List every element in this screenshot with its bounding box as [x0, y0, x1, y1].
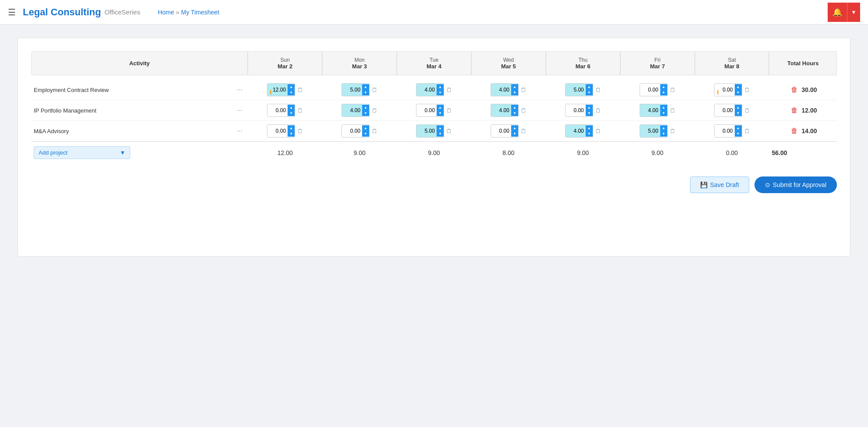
delete-row-button-2[interactable]: 🗑 — [789, 126, 800, 136]
spin-down-r1-d1[interactable]: ▼ — [362, 110, 369, 116]
user-dropdown-button[interactable]: ▼ — [847, 3, 860, 22]
col-header-total: Total Hours — [769, 51, 837, 75]
note-icon-r0-d1[interactable]: 🗒 — [372, 87, 377, 93]
hour-input-r0-d4[interactable] — [566, 84, 586, 96]
note-icon-r2-d2[interactable]: 🗒 — [446, 128, 452, 134]
note-icon-r2-d3[interactable]: 🗒 — [521, 128, 526, 134]
note-icon-r0-d2[interactable]: 🗒 — [446, 87, 452, 93]
spin-up-r2-d3[interactable]: ▲ — [511, 125, 518, 131]
note-icon-r2-d6[interactable]: 🗒 — [744, 128, 750, 134]
spin-up-r2-d6[interactable]: ▲ — [735, 125, 742, 131]
spin-down-r1-d5[interactable]: ▼ — [660, 110, 667, 116]
note-icon-r0-d6[interactable]: 🗒 — [744, 87, 750, 93]
spin-down-r2-d0[interactable]: ▼ — [288, 131, 295, 137]
spin-up-r0-d2[interactable]: ▲ — [437, 84, 444, 90]
spin-up-r1-d6[interactable]: ▲ — [735, 105, 742, 110]
spin-up-r1-d5[interactable]: ▲ — [660, 105, 667, 110]
delete-row-button-1[interactable]: 🗑 — [789, 106, 800, 115]
hour-input-r0-d1[interactable] — [342, 84, 362, 96]
spin-up-r1-d2[interactable]: ▲ — [437, 105, 444, 110]
spin-down-r1-d6[interactable]: ▼ — [735, 110, 742, 116]
spin-down-r0-d5[interactable]: ▼ — [660, 90, 667, 95]
hour-input-r2-d1[interactable] — [342, 125, 362, 137]
spin-up-r2-d1[interactable]: ▲ — [362, 125, 369, 131]
spin-up-r2-d0[interactable]: ▲ — [288, 125, 295, 131]
delete-row-button-0[interactable]: 🗑 — [789, 85, 800, 95]
hour-input-r1-d2[interactable] — [416, 104, 437, 116]
spin-down-r2-d4[interactable]: ▼ — [586, 131, 593, 137]
note-icon-r2-d1[interactable]: 🗒 — [372, 128, 377, 134]
spin-up-r0-d1[interactable]: ▲ — [362, 84, 369, 90]
col-header-sun: Sun Mar 2 — [248, 51, 322, 75]
dots-menu-button[interactable]: ··· — [234, 85, 245, 95]
note-icon-r1-d0[interactable]: 🗒 — [297, 107, 303, 114]
hamburger-icon[interactable]: ☰ — [8, 7, 16, 18]
hour-input-r1-d3[interactable] — [491, 104, 511, 116]
spin-up-r0-d3[interactable]: ▲ — [511, 84, 518, 90]
note-icon-r2-d5[interactable]: 🗒 — [670, 128, 676, 134]
note-icon-r1-d2[interactable]: 🗒 — [446, 107, 452, 114]
spin-down-r0-d6[interactable]: ▼ — [735, 90, 742, 95]
hour-input-r2-d3[interactable] — [491, 125, 511, 137]
spin-up-r1-d1[interactable]: ▲ — [362, 105, 369, 110]
dots-menu-button[interactable]: ··· — [234, 106, 245, 115]
spin-down-r0-d4[interactable]: ▼ — [586, 90, 593, 95]
spin-down-r1-d0[interactable]: ▼ — [288, 110, 295, 116]
note-icon-r1-d1[interactable]: 🗒 — [372, 107, 377, 114]
spin-down-r2-d5[interactable]: ▼ — [660, 131, 667, 137]
spin-up-r2-d5[interactable]: ▲ — [660, 125, 667, 131]
note-icon-r0-d4[interactable]: 🗒 — [595, 87, 601, 93]
hour-input-r0-d3[interactable] — [491, 84, 511, 96]
hour-input-r2-d4[interactable] — [566, 125, 586, 137]
hour-input-r1-d1[interactable] — [342, 104, 362, 116]
activity-name: M&A Advisory — [34, 128, 69, 134]
spin-up-r0-d0[interactable]: ▲ — [288, 84, 295, 90]
save-draft-button[interactable]: 💾 Save Draft — [690, 176, 749, 193]
hour-input-r2-d5[interactable] — [640, 125, 660, 137]
note-icon-r2-d4[interactable]: 🗒 — [595, 128, 601, 134]
hour-input-r1-d0[interactable] — [267, 104, 288, 116]
spin-down-r2-d6[interactable]: ▼ — [735, 131, 742, 137]
hour-input-r2-d2[interactable] — [416, 125, 437, 137]
breadcrumb-home[interactable]: Home — [158, 9, 174, 16]
note-icon-r1-d6[interactable]: 🗒 — [744, 107, 750, 114]
spin-up-r2-d2[interactable]: ▲ — [437, 125, 444, 131]
hour-input-r2-d0[interactable] — [267, 125, 288, 137]
note-icon-r0-d5[interactable]: 🗒 — [670, 87, 676, 93]
spin-down-r2-d2[interactable]: ▼ — [437, 131, 444, 137]
hour-input-r1-d5[interactable] — [640, 104, 660, 116]
hour-input-r2-d6[interactable] — [715, 125, 735, 137]
spin-up-r1-d0[interactable]: ▲ — [288, 105, 295, 110]
spin-up-r0-d5[interactable]: ▲ — [660, 84, 667, 90]
note-icon-r1-d5[interactable]: 🗒 — [670, 107, 676, 114]
spin-up-r1-d4[interactable]: ▲ — [586, 105, 593, 110]
note-icon-r1-d4[interactable]: 🗒 — [595, 107, 601, 114]
bell-button[interactable]: 🔔 — [828, 3, 847, 22]
note-icon-r2-d0[interactable]: 🗒 — [297, 128, 303, 134]
spin-down-r0-d3[interactable]: ▼ — [511, 90, 518, 95]
chevron-down-icon: ▼ — [851, 9, 857, 15]
hour-input-r1-d6[interactable] — [715, 104, 735, 116]
hour-input-r0-d5[interactable] — [640, 84, 660, 96]
spin-down-r1-d2[interactable]: ▼ — [437, 110, 444, 116]
note-icon-r0-d3[interactable]: 🗒 — [521, 87, 526, 93]
spin-down-r1-d3[interactable]: ▼ — [511, 110, 518, 116]
hour-input-r0-d2[interactable] — [416, 84, 437, 96]
spin-up-r2-d4[interactable]: ▲ — [586, 125, 593, 131]
dots-menu-button[interactable]: ··· — [234, 126, 245, 136]
spin-up-r0-d4[interactable]: ▲ — [586, 84, 593, 90]
hour-input-r1-d4[interactable] — [566, 104, 586, 116]
spin-up-r0-d6[interactable]: ▲ — [735, 84, 742, 90]
spin-down-r1-d4[interactable]: ▼ — [586, 110, 593, 116]
spin-down-r2-d3[interactable]: ▼ — [511, 131, 518, 137]
footer-fri-total: 9.00 — [620, 141, 695, 163]
add-project-button[interactable]: Add project ▼ — [34, 146, 130, 159]
spin-down-r2-d1[interactable]: ▼ — [362, 131, 369, 137]
spin-up-r1-d3[interactable]: ▲ — [511, 105, 518, 110]
note-icon-r0-d0[interactable]: 🗒 — [297, 87, 303, 93]
spin-down-r0-d2[interactable]: ▼ — [437, 90, 444, 95]
spin-down-r0-d1[interactable]: ▼ — [362, 90, 369, 95]
submit-button[interactable]: ⊙ Submit for Approval — [754, 176, 837, 193]
note-icon-r1-d3[interactable]: 🗒 — [521, 107, 526, 114]
spin-down-r0-d0[interactable]: ▼ — [288, 90, 295, 95]
